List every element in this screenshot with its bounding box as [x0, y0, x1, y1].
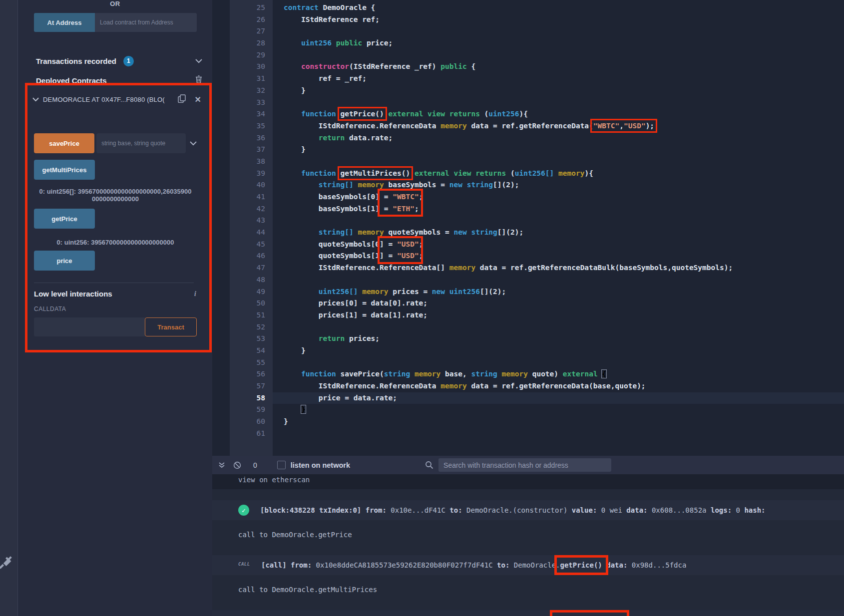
- line-number: 60: [230, 416, 273, 428]
- line-number: 35: [230, 120, 273, 132]
- line-number: 39: [230, 168, 273, 180]
- code-line: quoteSymbols[0] = "USD";: [284, 239, 844, 251]
- annotation-box: getMultiPrices(): [341, 169, 411, 177]
- terminal-log-tx: ✓[block:438228 txIndex:0] from: 0x10e...…: [212, 500, 844, 520]
- code-line: IStdReference.ReferenceData memory data …: [284, 380, 844, 392]
- terminal-search-input[interactable]: [438, 458, 611, 472]
- terminal-log-note: call to DemoOracle.getPrice: [212, 529, 844, 541]
- code-line: [284, 357, 844, 369]
- line-number: 53: [230, 333, 273, 345]
- get-multi-prices-button[interactable]: getMultiPrices: [34, 160, 95, 180]
- line-number: 28: [230, 37, 273, 49]
- line-number: 29: [230, 49, 273, 61]
- save-price-button[interactable]: savePrice: [34, 133, 94, 153]
- line-number: 44: [230, 227, 273, 239]
- code-line: }: [284, 345, 844, 357]
- price-button[interactable]: price: [34, 251, 95, 271]
- code-line: IStdReference.ReferenceData[] memory dat…: [284, 262, 844, 274]
- copy-icon[interactable]: [178, 94, 186, 105]
- code-line: [284, 321, 844, 333]
- at-address-button[interactable]: At Address: [34, 13, 95, 32]
- or-separator-label: OR: [18, 0, 212, 7]
- code-line: uint256[] memory prices = new uint256[](…: [284, 286, 844, 298]
- code-line: contract DemoOracle {: [284, 2, 844, 14]
- pending-tx-count: 0: [253, 461, 257, 469]
- get-multi-prices-result: 0: uint256[]: 39567000000000000000000,26…: [38, 188, 193, 203]
- line-number: 52: [230, 321, 273, 333]
- code-line: function getPrice() external view return…: [284, 108, 844, 120]
- code-line: baseSymbols[0] = "WBTC";: [284, 191, 844, 203]
- expand-terminal-icon[interactable]: [218, 462, 225, 469]
- line-number: 26: [230, 14, 273, 26]
- code-line: IStdReference ref;: [284, 14, 844, 26]
- terminal-log-text: call to DemoOracle.getMultiPrices: [238, 584, 377, 595]
- terminal-log-link[interactable]: view on etherscan: [212, 474, 844, 489]
- terminal-log-text: [call] from: 0x10e8ddeCA8185573e59262E82…: [261, 560, 686, 571]
- code-line: [284, 156, 844, 168]
- code-line: prices[0] = data[0].rate;: [284, 298, 844, 309]
- low-level-interactions-row: Low level interactions i: [34, 290, 196, 298]
- line-number: 49: [230, 286, 273, 298]
- terminal-log-call: CALL[call] from: 0x10e8ddeCA8185573e5926…: [212, 555, 844, 575]
- calldata-row: Transact: [34, 317, 197, 336]
- load-contract-address-input[interactable]: [95, 13, 197, 32]
- trash-icon[interactable]: [195, 75, 202, 85]
- calldata-input[interactable]: [34, 317, 145, 336]
- line-number: 48: [230, 274, 273, 286]
- success-check-icon: ✓: [238, 505, 249, 516]
- terminal-log-text: [block:438228 txIndex:0] from: 0x10e...d…: [260, 505, 766, 516]
- line-number: 58: [230, 392, 273, 404]
- clear-console-icon[interactable]: [233, 461, 241, 469]
- code-line: baseSymbols[1] = "ETH";: [284, 203, 844, 215]
- line-number: 45: [230, 239, 273, 251]
- divider: [34, 283, 194, 283]
- editor-code: contract DemoOracle { IStdReference ref;…: [273, 0, 844, 456]
- terminal-log-call: CALL[call] from: 0x10e8ddeCA8185573e5926…: [212, 610, 844, 616]
- line-number: 33: [230, 97, 273, 109]
- editor-gutter: 2526272829303132333435363738394041424344…: [230, 0, 273, 456]
- line-number: 31: [230, 73, 273, 85]
- save-price-args-input[interactable]: [96, 133, 186, 153]
- deployed-contracts-row: Deployed Contracts: [36, 75, 202, 86]
- line-number: 42: [230, 203, 273, 215]
- transactions-recorded-label: Transactions recorded: [36, 57, 116, 65]
- line-number: 34: [230, 108, 273, 120]
- code-line: [284, 25, 844, 37]
- line-number: 55: [230, 357, 273, 369]
- icon-panel: [0, 0, 18, 616]
- get-price-button[interactable]: getPrice: [34, 209, 95, 229]
- info-icon[interactable]: i: [194, 290, 196, 298]
- line-number: 40: [230, 179, 273, 191]
- terminal-logs: view on etherscan✓[block:438228 txIndex:…: [212, 474, 844, 616]
- calldata-label: CALLDATA: [34, 306, 66, 312]
- chevron-down-icon[interactable]: [195, 56, 202, 65]
- code-line: }: [284, 416, 844, 428]
- deployed-contract-title: DEMOORACLE AT 0X47F...F8080 (BLO(: [43, 96, 165, 103]
- close-icon[interactable]: ✕: [195, 95, 201, 104]
- code-line: function getMultiPrices() external view …: [284, 168, 844, 180]
- code-line: string[] memory baseSymbols = new string…: [284, 179, 844, 191]
- chevron-down-icon[interactable]: [32, 95, 39, 104]
- chevron-down-icon[interactable]: [190, 139, 197, 148]
- transact-button[interactable]: Transact: [145, 317, 197, 336]
- plugin-manager-plug-icon[interactable]: [0, 554, 14, 573]
- code-line: constructor(IStdReference _ref) public {: [284, 61, 844, 73]
- deployed-contract-header[interactable]: DEMOORACLE AT 0X47F...F8080 (BLO( ✕: [32, 94, 202, 105]
- transactions-recorded-row: Transactions recorded 1: [36, 55, 202, 67]
- code-line: [284, 49, 844, 61]
- code-line: }: [284, 85, 844, 97]
- line-number: 46: [230, 250, 273, 262]
- transactions-count-badge: 1: [123, 56, 134, 66]
- code-line: prices[1] = data[1].rate;: [284, 309, 844, 321]
- remix-ide-app: OR At Address Transactions recorded 1 De…: [0, 0, 844, 616]
- line-number: 37: [230, 144, 273, 156]
- code-line: [284, 274, 844, 286]
- code-line: }: [284, 144, 844, 156]
- code-line: quoteSymbols[1] = "USD";: [284, 250, 844, 262]
- code-editor[interactable]: 2526272829303132333435363738394041424344…: [212, 0, 844, 456]
- listen-on-network-checkbox[interactable]: [277, 461, 286, 469]
- line-number: 59: [230, 404, 273, 416]
- line-number: 56: [230, 368, 273, 380]
- terminal-log-text: call to DemoOracle.getPrice: [238, 529, 352, 540]
- code-line: string[] memory quoteSymbols = new strin…: [284, 227, 844, 239]
